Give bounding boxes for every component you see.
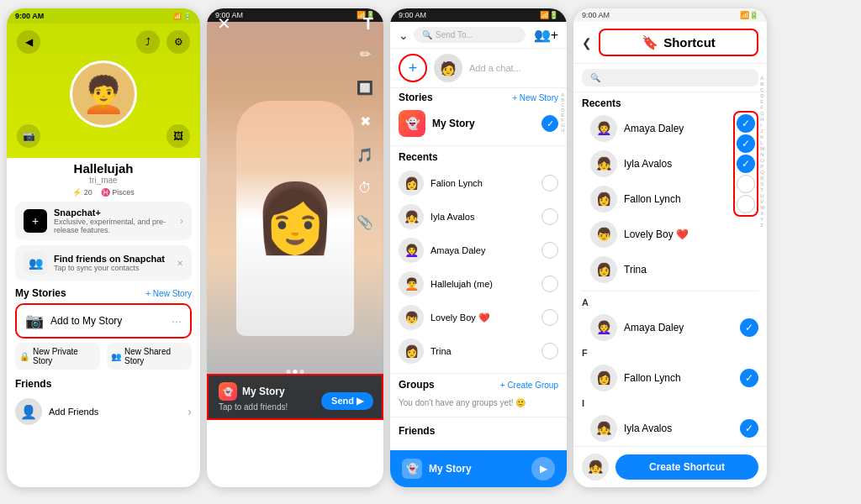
recents-list: 👩 Falion Lynch 👧 Iyla Avalos 👩‍🦱 Amaya D…	[399, 166, 558, 368]
timer-tool[interactable]: ⏱	[353, 176, 377, 200]
section-f-label: F	[573, 345, 767, 360]
gallery-icon-btn[interactable]: 🖼	[166, 124, 190, 148]
profile-name: Hallelujah	[15, 161, 192, 176]
my-story-bar-icon: 👻	[402, 459, 422, 479]
find-friends-icon: 👥	[24, 251, 47, 275]
music-tool[interactable]: 🎵	[353, 143, 377, 166]
back-button[interactable]: ◀	[17, 30, 40, 54]
text-tool-button[interactable]: T	[363, 14, 373, 34]
my-story-label: My Story	[242, 386, 285, 397]
footer-avatar: 👧	[582, 454, 609, 480]
check-trina[interactable]	[737, 195, 755, 213]
phone3-sendto: 9:00 AM 📶🔋 ⌄ 🔍 Send To... 👥+ + 🧑 Add a c…	[390, 8, 567, 487]
alphabet-sidebar: A B C D E F G H	[561, 92, 565, 133]
my-story-icon: 👻	[399, 110, 425, 137]
shortcut-search: 🔍	[573, 64, 767, 92]
find-friends-card[interactable]: 👥 Find friends on Snapchat Tap to sync y…	[15, 245, 192, 281]
friends-label: Friends	[15, 378, 192, 390]
sendto-item-iyla[interactable]: 👧 Iyla Avalos	[399, 200, 558, 234]
close-icon[interactable]: ✕	[177, 259, 183, 268]
shortcut-item-iyla[interactable]: 👧 Iyla Avalos	[582, 146, 733, 181]
sendto-item-trina[interactable]: 👩 Trina	[399, 334, 558, 368]
profile-bottom-icons: 📷 🖼	[17, 124, 190, 148]
shortcut-item-amaya-a[interactable]: 👩‍🦱 Amaya Daley	[582, 310, 740, 345]
sendto-item-fallon[interactable]: 👩 Falion Lynch	[399, 166, 558, 200]
create-group-button[interactable]: + Create Group	[500, 381, 558, 390]
check-fallon[interactable]: ✓	[737, 155, 755, 173]
more-options-icon[interactable]: ···	[172, 314, 182, 328]
shortcut-search-bar[interactable]: 🔍	[582, 69, 758, 87]
sendto-item-amaya[interactable]: 👩‍🦱 Amaya Daley	[399, 234, 558, 267]
snap-plus-card[interactable]: + Snapchat+ Exclusive, experimental, and…	[15, 202, 192, 240]
shortcut-item-lovely[interactable]: 👦 Lovely Boy ❤️	[582, 217, 733, 252]
camera-background: 9:00 AM 📶🔋 ✕ T ✏ 🔲 ✖ 🎵 ⏱ 📎 👩	[207, 8, 383, 420]
new-story-button[interactable]: + New Story	[145, 289, 192, 298]
add-chat-button[interactable]: +	[399, 54, 427, 82]
check-iyla[interactable]: ✓	[737, 134, 755, 153]
share-button[interactable]: ⤴	[136, 30, 160, 54]
sendto-item-lovely[interactable]: 👦 Lovely Boy ❤️	[399, 301, 558, 334]
my-story-bar-label: My Story	[429, 463, 472, 475]
status-time-1: 9:00 AM	[15, 12, 44, 20]
camera-icon: 📷	[25, 312, 44, 330]
add-chat-text: Add a chat...	[469, 63, 521, 73]
avatar-area: 🧑‍🦱	[17, 60, 190, 128]
status-icons-1: 📶 🔋	[173, 13, 192, 20]
new-story-button[interactable]: + New Story	[512, 93, 558, 102]
phone2-camera: 9:00 AM 📶🔋 ✕ T ✏ 🔲 ✖ 🎵 ⏱ 📎 👩	[207, 8, 383, 487]
camera-close-button[interactable]: ✕	[217, 13, 231, 34]
check-iyla-i[interactable]: ✓	[740, 419, 758, 438]
shortcut-footer: 👧 Create Shortcut	[573, 446, 767, 487]
chevron-right-icon: ›	[188, 405, 192, 418]
check-amaya[interactable]: ✓	[737, 114, 755, 133]
add-people-icon[interactable]: 👥+	[534, 27, 558, 43]
add-friends-item[interactable]: 👤 Add Friends ›	[15, 394, 192, 429]
play-button[interactable]: ▶	[531, 457, 555, 480]
send-button[interactable]: Send ▶	[321, 392, 373, 410]
my-story-check[interactable]: ✓	[541, 115, 558, 132]
sendto-header: ⌄ 🔍 Send To... 👥+	[390, 22, 567, 49]
sendto-avatar-preview: 🧑	[434, 54, 462, 82]
my-story-icon: 👻	[219, 382, 237, 401]
camera-icon-btn[interactable]: 📷	[17, 124, 40, 148]
shortcut-item-iyla-i[interactable]: 👧 Iyla Avalos	[582, 411, 740, 446]
new-shared-story-button[interactable]: 👥 New Shared Story	[107, 343, 192, 370]
groups-label: Groups	[399, 379, 435, 391]
shortcut-title-box: 🔖 Shortcut	[599, 29, 758, 56]
shortcut-item-trina[interactable]: 👩 Trina	[582, 252, 733, 287]
settings-button[interactable]: ⚙	[166, 30, 190, 54]
shortcut-item-fallon[interactable]: 👩 Fallon Lynch	[582, 181, 733, 217]
create-shortcut-button[interactable]: Create Shortcut	[615, 454, 758, 480]
back-button[interactable]: ❮	[582, 36, 592, 50]
search-bar[interactable]: 🔍 Send To...	[414, 27, 526, 43]
add-story-card[interactable]: 📷 Add to My Story ···	[15, 303, 192, 339]
check-lovely[interactable]	[737, 175, 755, 193]
chevron-down-icon[interactable]: ⌄	[399, 29, 409, 42]
pencil-tool[interactable]: ✏	[353, 42, 377, 66]
story-options: 🔒 New Private Story 👥 New Shared Story	[15, 343, 192, 370]
link-tool[interactable]: 📎	[353, 210, 377, 234]
snap-plus-icon: +	[24, 209, 47, 233]
bitmoji-avatar[interactable]: 🧑‍🦱	[70, 60, 137, 128]
shortcut-item-amaya[interactable]: 👩‍🦱 Amaya Daley	[582, 111, 733, 146]
new-private-story-button[interactable]: 🔒 New Private Story	[15, 343, 100, 370]
shortcut-item-fallon-f[interactable]: 👩 Fallon Lynch	[582, 360, 740, 396]
shortcut-title: Shortcut	[663, 35, 716, 50]
my-story-label: My Story	[432, 118, 535, 129]
friends-section: Friends 👤 Add Friends ›	[15, 378, 192, 429]
check-fallon-f[interactable]: ✓	[740, 369, 758, 387]
sticker-tool[interactable]: 🔲	[353, 76, 377, 99]
status-bar-1: 9:00 AM 📶 🔋	[7, 8, 200, 24]
my-story-item[interactable]: 👻 My Story ✓	[399, 107, 558, 140]
chevron-right-icon: ›	[180, 215, 183, 227]
phone1-profile: 9:00 AM 📶 🔋 ◀ ⤴ ⚙	[7, 8, 200, 487]
add-story-label: Add to My Story	[50, 315, 165, 327]
header-right-icons: ⤴ ⚙	[136, 30, 190, 54]
profile-header-icons: ◀ ⤴ ⚙	[17, 30, 190, 54]
stories-section: Stories + New Story 👻 My Story ✓	[390, 88, 567, 144]
close-tool[interactable]: ✖	[353, 109, 377, 133]
sendto-item-hallelujah[interactable]: 🧑‍🦱 Hallelujah (me)	[399, 267, 558, 301]
my-stories-label: My Stories	[15, 287, 66, 299]
check-amaya-a[interactable]: ✓	[740, 318, 758, 337]
add-chat-area: + 🧑 Add a chat...	[390, 49, 567, 88]
